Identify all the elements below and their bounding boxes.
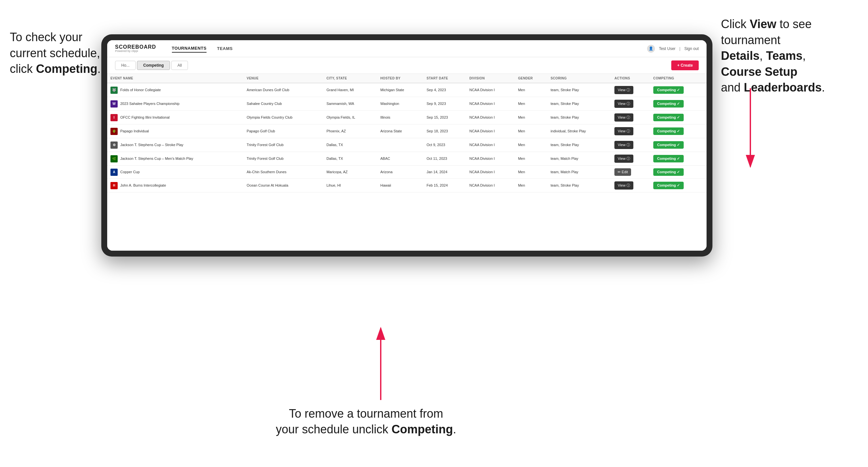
- division-cell: NCAA Division I: [466, 97, 515, 111]
- start-date-cell: Sep 18, 2023: [423, 125, 466, 138]
- gender-cell: Men: [515, 166, 547, 179]
- start-date-cell: Sep 9, 2023: [423, 97, 466, 111]
- venue-cell: Trinity Forest Golf Club: [244, 152, 323, 166]
- tablet: SCOREBOARD Powered by clippi TOURNAMENTS…: [101, 34, 712, 256]
- city-state-cell: Phoenix, AZ: [323, 125, 377, 138]
- annotation-bottom: To remove a tournament from your schedul…: [268, 406, 464, 438]
- hosted-by-cell: [377, 138, 424, 152]
- actions-cell[interactable]: View ⓘ: [611, 125, 650, 138]
- division-cell: NCAA Division I: [466, 166, 515, 179]
- view-button[interactable]: View ⓘ: [614, 86, 633, 94]
- table-header-row: EVENT NAME VENUE CITY, STATE HOSTED BY S…: [107, 74, 707, 83]
- actions-cell[interactable]: View ⓘ: [611, 152, 650, 166]
- table-row: H John A. Burns Intercollegiate Ocean Co…: [107, 179, 707, 192]
- view-button[interactable]: View ⓘ: [614, 100, 633, 108]
- edit-button[interactable]: ✏ Edit: [614, 168, 631, 176]
- start-date-cell: Oct 11, 2023: [423, 152, 466, 166]
- col-venue: VENUE: [244, 74, 323, 83]
- competing-cell[interactable]: Competing ✓: [650, 179, 707, 192]
- hosted-by-cell: Arizona State: [377, 125, 424, 138]
- hosted-by-cell: Arizona: [377, 166, 424, 179]
- competing-cell[interactable]: Competing ✓: [650, 152, 707, 166]
- col-hosted-by: HOSTED BY: [377, 74, 424, 83]
- table-row: W 2023 Sahalee Players Championship Saha…: [107, 97, 707, 111]
- competing-button[interactable]: Competing ✓: [653, 168, 684, 176]
- event-name-cell: 🌿 Jackson T. Stephens Cup – Men's Match …: [107, 152, 244, 166]
- hosted-by-cell: ABAC: [377, 152, 424, 166]
- table-row: 🌿 Jackson T. Stephens Cup – Men's Match …: [107, 152, 707, 166]
- competing-button[interactable]: Competing ✓: [653, 86, 684, 94]
- venue-cell: Sahalee Country Club: [244, 97, 323, 111]
- actions-cell[interactable]: View ⓘ: [611, 138, 650, 152]
- venue-cell: Trinity Forest Golf Club: [244, 138, 323, 152]
- competing-button[interactable]: Competing ✓: [653, 155, 684, 162]
- arrow-right: [737, 85, 764, 177]
- gender-cell: Men: [515, 125, 547, 138]
- city-state-cell: Dallas, TX: [323, 138, 377, 152]
- hosted-by-cell: Illinois: [377, 111, 424, 125]
- gender-cell: Men: [515, 97, 547, 111]
- logo-title: SCOREBOARD: [115, 44, 156, 50]
- actions-cell[interactable]: View ⓘ: [611, 97, 650, 111]
- competing-button[interactable]: Competing ✓: [653, 114, 684, 121]
- competing-cell[interactable]: Competing ✓: [650, 166, 707, 179]
- view-button[interactable]: View ⓘ: [614, 127, 633, 135]
- venue-cell: Ak-Chin Southern Dunes: [244, 166, 323, 179]
- table-row: 🌵 Papago Individual Papago Golf ClubPhoe…: [107, 125, 707, 138]
- division-cell: NCAA Division I: [466, 179, 515, 192]
- actions-cell[interactable]: View ⓘ: [611, 179, 650, 192]
- event-name-cell: W 2023 Sahalee Players Championship: [107, 97, 244, 111]
- start-date-cell: Jan 14, 2024: [423, 166, 466, 179]
- logo-subtitle: Powered by clippi: [115, 50, 156, 53]
- tab-home[interactable]: Ho...: [115, 61, 135, 70]
- nav-tournaments[interactable]: TOURNAMENTS: [172, 44, 207, 53]
- user-name: Test User: [659, 46, 676, 51]
- col-competing: COMPETING: [650, 74, 707, 83]
- venue-cell: Ocean Course At Hokuala: [244, 179, 323, 192]
- sign-out-link[interactable]: Sign out: [684, 46, 699, 51]
- competing-button[interactable]: Competing ✓: [653, 182, 684, 189]
- competing-cell[interactable]: Competing ✓: [650, 97, 707, 111]
- tab-competing[interactable]: Competing: [137, 61, 170, 70]
- gender-cell: Men: [515, 83, 547, 97]
- gender-cell: Men: [515, 138, 547, 152]
- nav-teams[interactable]: TEAMS: [217, 45, 233, 52]
- actions-cell[interactable]: View ⓘ: [611, 83, 650, 97]
- hosted-by-cell: Michigan State: [377, 83, 424, 97]
- col-event-name: EVENT NAME: [107, 74, 244, 83]
- division-cell: NCAA Division I: [466, 138, 515, 152]
- competing-button[interactable]: Competing ✓: [653, 127, 684, 135]
- competing-cell[interactable]: Competing ✓: [650, 111, 707, 125]
- create-button[interactable]: + Create: [671, 60, 699, 70]
- venue-cell: American Dunes Golf Club: [244, 83, 323, 97]
- competing-button[interactable]: Competing ✓: [653, 141, 684, 149]
- col-start-date: START DATE: [423, 74, 466, 83]
- hosted-by-cell: Hawaii: [377, 179, 424, 192]
- table-container[interactable]: EVENT NAME VENUE CITY, STATE HOSTED BY S…: [107, 74, 707, 251]
- nav-user: 👤 Test User | Sign out: [647, 45, 699, 53]
- filter-tabs: Ho... Competing All: [115, 61, 188, 70]
- col-gender: GENDER: [515, 74, 547, 83]
- competing-cell[interactable]: Competing ✓: [650, 83, 707, 97]
- view-button[interactable]: View ⓘ: [614, 141, 633, 149]
- tournaments-table: EVENT NAME VENUE CITY, STATE HOSTED BY S…: [107, 74, 707, 192]
- competing-cell[interactable]: Competing ✓: [650, 138, 707, 152]
- tab-all[interactable]: All: [171, 61, 188, 70]
- event-name-cell: H John A. Burns Intercollegiate: [107, 179, 244, 192]
- city-state-cell: Maricopa, AZ: [323, 166, 377, 179]
- arrow-bottom: [368, 321, 394, 403]
- actions-cell[interactable]: View ⓘ: [611, 111, 650, 125]
- view-button[interactable]: View ⓘ: [614, 155, 633, 163]
- actions-cell[interactable]: ✏ Edit: [611, 166, 650, 179]
- scoring-cell: team, Stroke Play: [548, 138, 612, 152]
- table-row: 🐺 Folds of Honor Collegiate American Dun…: [107, 83, 707, 97]
- city-state-cell: Sammamish, WA: [323, 97, 377, 111]
- gender-cell: Men: [515, 152, 547, 166]
- col-division: DIVISION: [466, 74, 515, 83]
- competing-button[interactable]: Competing ✓: [653, 100, 684, 107]
- col-actions: ACTIONS: [611, 74, 650, 83]
- view-button[interactable]: View ⓘ: [614, 181, 633, 190]
- view-button[interactable]: View ⓘ: [614, 114, 633, 122]
- scoring-cell: team, Stroke Play: [548, 179, 612, 192]
- competing-cell[interactable]: Competing ✓: [650, 125, 707, 138]
